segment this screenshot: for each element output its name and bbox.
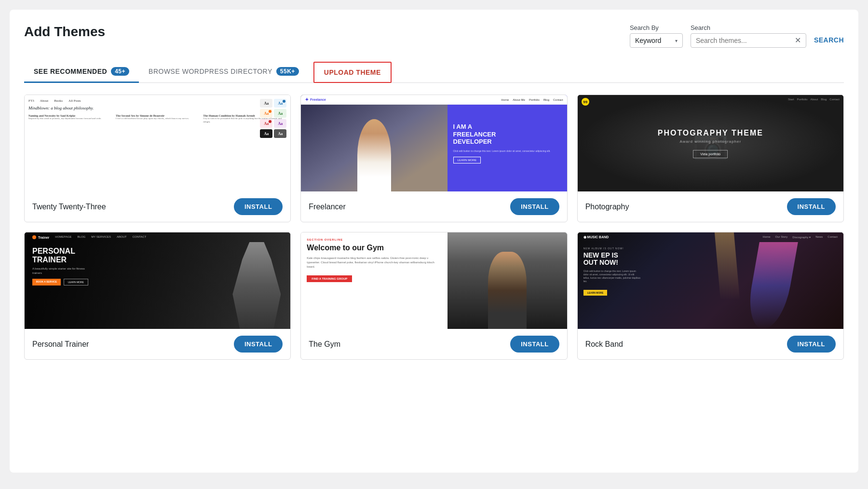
install-button-tt3[interactable]: INSTALL (234, 198, 283, 215)
tab-wordpress-label: BROWSE WORDPRESS DIRECTORY (149, 68, 272, 75)
gym-image (448, 232, 567, 329)
theme-info-trainer: Personal Trainer INSTALL (25, 329, 290, 359)
install-button-gym[interactable]: INSTALL (510, 336, 559, 353)
rockband-desc: Click edit button to change this text. L… (583, 270, 641, 283)
theme-card-photography: 📷 StartPortfolioAboutBlogContact 99 PHOT… (577, 95, 844, 222)
keyword-label: Keyword (635, 37, 661, 44)
theme-info-rockband: Rock Band INSTALL (578, 329, 843, 359)
tab-wordpress[interactable]: BROWSE WORDPRESS DIRECTORY 55K+ (139, 61, 309, 83)
search-input[interactable] (696, 37, 791, 44)
tab-upload[interactable]: UPLOAD THEME (313, 62, 392, 83)
search-button[interactable]: SEARCH (814, 32, 844, 48)
trainer-book-btn[interactable]: BOOK A SERVICE (32, 279, 61, 285)
search-input-group: Search ✕ (691, 24, 806, 48)
photography-nav: StartPortfolioAboutBlogContact (788, 98, 840, 101)
tab-recommended[interactable]: SEE RECOMMENDED 45+ (24, 61, 139, 83)
photography-hero: PHOTOGRAPHY THEME Award winning photogra… (658, 129, 763, 158)
install-button-trainer[interactable]: INSTALL (234, 336, 283, 353)
freelancer-logo: ✦ Freelance (305, 97, 326, 102)
search-by-label: Search By (630, 24, 683, 31)
theme-preview-trainer: Trainer HOMEPAGE BLOG MY SERVICES ABOUT … (25, 232, 290, 329)
trainer-nav: Trainer HOMEPAGE BLOG MY SERVICES ABOUT … (25, 235, 290, 239)
freelancer-header-nav: ✦ Freelance HomeAbout MePortfolioBlogCon… (301, 95, 567, 105)
rockband-content: NEW ALBUM IS OUT NOW! NEW EP ISOUT NOW! … (583, 247, 641, 296)
theme-info-photography: Photography INSTALL (578, 191, 843, 222)
gym-content: SECTION OVERLINE Welcome to our Gym Kale… (301, 232, 447, 329)
chevron-down-icon: ▾ (675, 38, 678, 43)
theme-name-rockband: Rock Band (585, 340, 623, 349)
theme-name-freelancer: Freelancer (309, 203, 345, 211)
theme-info-tt3: Twenty Twenty-Three INSTALL (25, 191, 290, 222)
gym-overline: SECTION OVERLINE (307, 238, 441, 241)
theme-preview-tt3: FT3 About Books All Posts Mindblown: a b… (25, 95, 290, 191)
header: Add Themes Search By Keyword ▾ Search ✕ … (24, 24, 844, 48)
tab-upload-label: UPLOAD THEME (324, 68, 381, 76)
clear-icon[interactable]: ✕ (795, 37, 801, 44)
keyword-select[interactable]: Keyword ▾ (630, 33, 683, 48)
search-label: Search (691, 24, 806, 31)
theme-card-gym: SECTION OVERLINE Welcome to our Gym Kale… (300, 232, 567, 360)
tab-recommended-label: SEE RECOMMENDED (34, 68, 107, 75)
theme-card-rockband: ◉ MUSIC BAND Home Our Story Discography … (577, 232, 844, 360)
theme-info-freelancer: Freelancer INSTALL (301, 191, 567, 222)
tab-wordpress-badge: 55K+ (276, 67, 299, 76)
freelancer-hero-title: I AM AFREELANCERDEVELOPER (453, 123, 561, 146)
freelancer-nav-items: HomeAbout MePortfolioBlogContact (501, 98, 563, 101)
photography-logo: 99 (582, 98, 589, 106)
theme-card-freelancer: ✦ Freelance HomeAbout MePortfolioBlogCon… (300, 95, 567, 222)
tab-recommended-badge: 45+ (111, 67, 129, 76)
freelancer-hero-desc: Click edit button to change this text. L… (453, 149, 561, 153)
theme-name-tt3: Twenty Twenty-Three (32, 203, 106, 211)
tabs: SEE RECOMMENDED 45+ BROWSE WORDPRESS DIR… (24, 61, 844, 83)
trainer-learn-btn[interactable]: LEARN MORE (64, 279, 88, 285)
trainer-hero-title: PERSONALTRAINER (32, 247, 90, 264)
install-button-freelancer[interactable]: INSTALL (510, 198, 559, 215)
trainer-hero-desc: A beautifully simple starter site for fi… (32, 267, 90, 275)
themes-grid: FT3 About Books All Posts Mindblown: a b… (24, 95, 844, 360)
theme-name-gym: The Gym (309, 340, 340, 349)
search-input-wrapper: ✕ (691, 33, 806, 48)
theme-preview-photography: 📷 StartPortfolioAboutBlogContact 99 PHOT… (578, 95, 843, 191)
theme-card-personal-trainer: Trainer HOMEPAGE BLOG MY SERVICES ABOUT … (24, 232, 291, 360)
gym-cta-btn[interactable]: FIND A TRAINING GROUP (307, 275, 352, 282)
rockband-logo: ◉ MUSIC BAND (583, 235, 609, 239)
rockband-nav: ◉ MUSIC BAND Home Our Story Discography … (578, 235, 843, 239)
rockband-new-label: NEW ALBUM IS OUT NOW! (583, 247, 641, 250)
gym-desc: Kale chips knausgaard mustache blog fash… (307, 256, 441, 269)
gym-title: Welcome to our Gym (307, 243, 441, 252)
rockband-hero-title: NEW EP ISOUT NOW! (583, 252, 641, 267)
freelancer-learn-more-btn[interactable]: LEARN MORE (453, 157, 481, 163)
theme-preview-freelancer: ✦ Freelance HomeAbout MePortfolioBlogCon… (301, 95, 567, 191)
search-by-group: Search By Keyword ▾ (630, 24, 683, 48)
theme-info-gym: The Gym INSTALL (301, 329, 567, 359)
page-title: Add Themes (24, 24, 105, 40)
install-button-rockband[interactable]: INSTALL (787, 336, 836, 353)
theme-name-photography: Photography (585, 203, 629, 211)
theme-preview-gym: SECTION OVERLINE Welcome to our Gym Kale… (301, 232, 567, 329)
search-area: Search By Keyword ▾ Search ✕ SEARCH (630, 24, 844, 48)
page-wrapper: Add Themes Search By Keyword ▾ Search ✕ … (10, 10, 858, 473)
install-button-photography[interactable]: INSTALL (787, 198, 836, 215)
trainer-logo: Trainer (32, 235, 49, 239)
rockband-learn-btn[interactable]: LEARN MORE (583, 290, 608, 296)
theme-preview-rockband: ◉ MUSIC BAND Home Our Story Discography … (578, 232, 843, 329)
photography-portfolio-btn[interactable]: View portfolio (693, 150, 728, 158)
trainer-content: PERSONALTRAINER A beautifully simple sta… (32, 247, 90, 285)
trainer-buttons: BOOK A SERVICE LEARN MORE (32, 279, 90, 285)
theme-card-twenty-twenty-three: FT3 About Books All Posts Mindblown: a b… (24, 95, 291, 222)
theme-name-trainer: Personal Trainer (32, 340, 89, 349)
